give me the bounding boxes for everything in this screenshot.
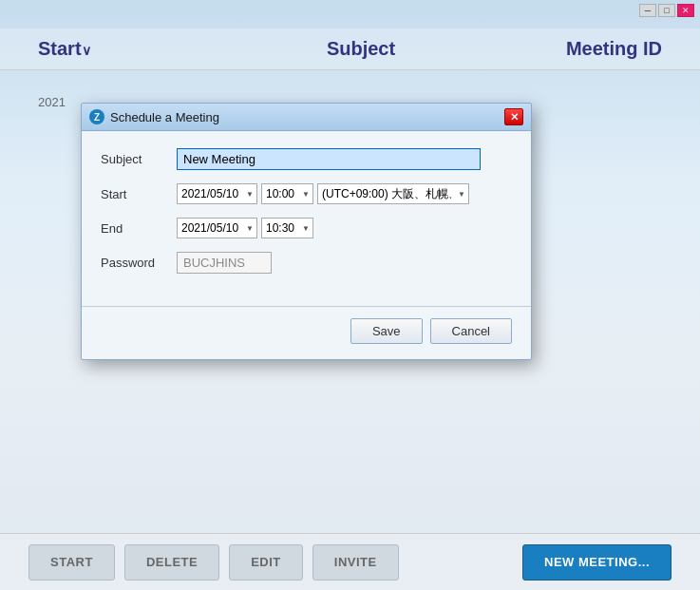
start-row: Start 2021/05/10 10:00 (UTC+09:00) 大阪、札幌… bbox=[101, 183, 512, 204]
invite-button[interactable]: INVITE bbox=[312, 544, 399, 580]
save-button[interactable]: Save bbox=[350, 318, 423, 344]
modal-close-button[interactable]: ✕ bbox=[504, 108, 523, 125]
bottom-toolbar: START DELETE EDIT INVITE NEW MEETING... bbox=[0, 533, 700, 590]
delete-button[interactable]: DELETE bbox=[124, 544, 219, 580]
cancel-button[interactable]: Cancel bbox=[430, 318, 512, 344]
subject-label: Subject bbox=[101, 152, 177, 166]
start-time-select-wrap: 10:00 bbox=[261, 183, 313, 204]
timezone-select-wrap: (UTC+09:00) 大阪、札幌、... bbox=[317, 183, 469, 204]
password-input[interactable] bbox=[177, 252, 272, 274]
schedule-meeting-dialog: Z Schedule a Meeting ✕ Subject Start 202… bbox=[81, 103, 532, 360]
end-row: End 2021/05/10 10:30 bbox=[101, 218, 512, 238]
end-label: End bbox=[101, 221, 177, 236]
end-date-select-wrap: 2021/05/10 bbox=[177, 218, 257, 238]
dialog-icon: Z bbox=[89, 109, 104, 124]
start-button[interactable]: START bbox=[28, 544, 115, 580]
modal-title: Schedule a Meeting bbox=[110, 110, 499, 124]
new-meeting-button[interactable]: NEW MEETING... bbox=[522, 544, 672, 580]
modal-titlebar: Z Schedule a Meeting ✕ bbox=[82, 104, 531, 131]
start-label: Start bbox=[101, 187, 177, 201]
edit-button[interactable]: EDIT bbox=[229, 544, 303, 580]
modal-footer: Save Cancel bbox=[82, 318, 531, 359]
subject-input[interactable] bbox=[177, 148, 481, 170]
end-date-select[interactable]: 2021/05/10 bbox=[177, 218, 257, 238]
start-date-select-wrap: 2021/05/10 bbox=[177, 183, 257, 204]
start-date-select[interactable]: 2021/05/10 bbox=[177, 183, 257, 204]
start-time-select[interactable]: 10:00 bbox=[261, 183, 313, 204]
end-time-select-wrap: 10:30 bbox=[261, 218, 313, 238]
modal-body: Subject Start 2021/05/10 10:00 (UTC+09:0… bbox=[82, 131, 531, 296]
modal-divider bbox=[82, 306, 531, 307]
end-time-select[interactable]: 10:30 bbox=[261, 218, 313, 238]
subject-row: Subject bbox=[101, 148, 512, 170]
timezone-select[interactable]: (UTC+09:00) 大阪、札幌、... bbox=[317, 183, 469, 204]
password-label: Password bbox=[101, 256, 177, 270]
password-row: Password bbox=[101, 252, 512, 274]
